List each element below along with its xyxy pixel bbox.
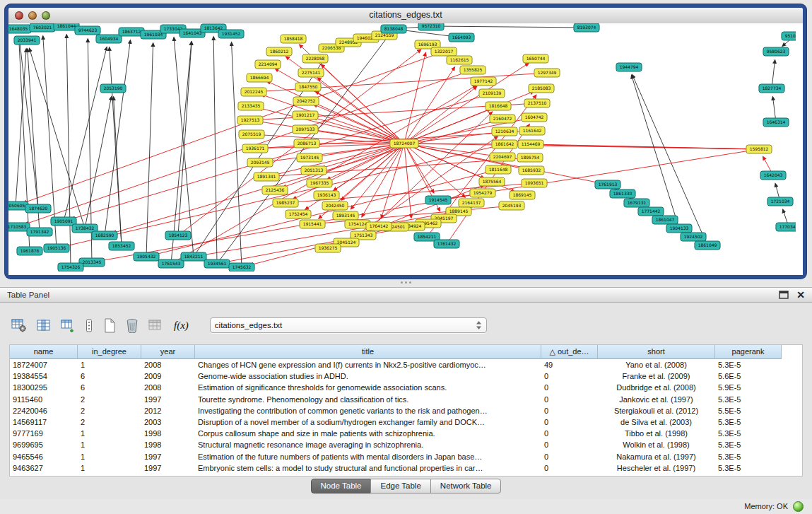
graph-edge[interactable] <box>264 144 404 148</box>
graph-node[interactable]: 7603021 <box>30 23 55 32</box>
graph-node[interactable]: 1927513 <box>237 116 263 124</box>
graph-edge[interactable] <box>19 37 38 209</box>
graph-node[interactable]: 1595812 <box>746 145 772 153</box>
function-builder-button[interactable]: f(x) <box>172 320 190 332</box>
graph-edge[interactable] <box>275 144 404 175</box>
graph-node[interactable]: 1648035 <box>8 25 31 33</box>
graph-node[interactable]: 1931452 <box>218 30 244 38</box>
column-header-short[interactable]: short <box>598 345 715 359</box>
graph-edge[interactable] <box>114 97 122 246</box>
graph-edge[interactable] <box>146 43 153 257</box>
graph-node[interactable]: 2086713 <box>294 139 319 148</box>
graph-node[interactable]: 1858418 <box>281 35 306 43</box>
graph-node[interactable]: 2185083 <box>529 84 554 93</box>
graph-edge[interactable] <box>404 53 425 144</box>
graph-node[interactable]: 2093145 <box>247 158 273 167</box>
graph-edge[interactable] <box>64 47 107 221</box>
graph-node[interactable]: 1685932 <box>519 166 544 175</box>
graph-node[interactable]: 1811648 <box>486 165 511 174</box>
table-row[interactable]: 1456911722003Disruption of a novel membe… <box>10 416 802 428</box>
graph-node[interactable]: 1682590 <box>92 231 117 240</box>
graph-node[interactable]: 1754326 <box>58 263 83 271</box>
graph-node[interactable]: 1650744 <box>523 54 548 63</box>
graph-node[interactable]: 1642043 <box>760 171 786 180</box>
graph-node[interactable]: 1770342 <box>776 223 796 231</box>
graph-node[interactable]: 2275141 <box>298 69 324 77</box>
graph-node[interactable]: 2075519 <box>239 130 264 139</box>
graph-node[interactable]: 2045193 <box>499 201 524 210</box>
graph-node[interactable]: 1853452 <box>109 242 134 250</box>
column-header-in_degree[interactable]: in_degree <box>78 345 141 359</box>
graph-node[interactable]: 9572310 <box>418 23 444 30</box>
graph-node[interactable]: 1861047 <box>652 216 678 224</box>
graph-node[interactable]: 2033941 <box>14 36 40 45</box>
graph-node[interactable]: 1154469 <box>518 140 543 148</box>
network-window[interactable]: citations_edges.txt 18724007185841818602… <box>5 4 806 279</box>
graph-node[interactable]: 1860212 <box>266 47 292 56</box>
graph-node[interactable]: 1895754 <box>517 153 543 162</box>
graph-node[interactable]: 2042752 <box>293 97 319 105</box>
graph-node[interactable]: 8138048 <box>381 25 406 33</box>
graph-node[interactable]: 1915441 <box>300 220 325 228</box>
create-column-button[interactable] <box>61 319 75 332</box>
graph-edge[interactable] <box>318 78 404 144</box>
graph-node[interactable]: 2012245 <box>241 88 266 96</box>
graph-node[interactable]: 1162615 <box>447 56 472 64</box>
network-window-titlebar[interactable]: citations_edges.txt <box>8 8 803 24</box>
graph-node[interactable]: 1914545 <box>425 196 451 204</box>
column-header-title[interactable]: title <box>195 345 541 359</box>
graph-edge[interactable] <box>178 42 192 235</box>
graph-node[interactable]: 1679131 <box>624 199 649 207</box>
graph-node[interactable]: 1761913 <box>595 180 620 189</box>
graph-node[interactable]: 2109139 <box>479 89 505 98</box>
table-row[interactable]: 911546021997Tourette syndrome. Phenomeno… <box>10 394 802 405</box>
graph-node[interactable]: 1905136 <box>44 244 69 252</box>
graph-edge[interactable] <box>341 144 404 200</box>
graph-edge[interactable] <box>404 144 599 183</box>
column-header-out_degree[interactable]: △ out_de… <box>541 345 598 359</box>
graph-edge[interactable] <box>213 37 217 264</box>
column-header-name[interactable]: name <box>10 345 78 359</box>
graph-node[interactable]: 2133435 <box>238 102 264 110</box>
table-row[interactable]: 2242004622012Investigating the contribut… <box>10 405 802 416</box>
graph-node[interactable]: 1721034 <box>767 197 793 206</box>
float-panel-button[interactable] <box>778 290 789 300</box>
graph-node[interactable]: 1861330 <box>610 189 635 198</box>
import-table-button[interactable] <box>148 319 163 332</box>
graph-edge[interactable] <box>440 26 587 28</box>
graph-node[interactable]: 1355825 <box>460 66 486 74</box>
show-columns-button[interactable] <box>37 319 51 332</box>
graph-node[interactable]: 1861642 <box>492 140 517 148</box>
graph-node[interactable]: 1985237 <box>273 199 298 207</box>
graph-node[interactable]: 1604934 <box>96 35 122 43</box>
table-row[interactable]: 1938455462009Genome-wide association stu… <box>10 370 802 382</box>
graph-edge[interactable] <box>23 52 444 203</box>
network-canvas[interactable]: 1872400718584181860212221409418666942012… <box>8 23 803 275</box>
table-row[interactable]: 1830029562008Estimation of significance … <box>10 382 802 393</box>
graph-node[interactable]: 1764142 <box>366 222 392 230</box>
graph-node[interactable]: 1322017 <box>431 47 457 56</box>
graph-node[interactable]: 2042450 <box>322 201 348 210</box>
new-table-button[interactable] <box>103 318 116 333</box>
graph-node[interactable]: 1646314 <box>763 118 789 127</box>
graph-node[interactable]: 2214094 <box>255 60 281 69</box>
graph-node[interactable]: 1745632 <box>229 263 254 271</box>
delete-table-button[interactable] <box>126 318 139 333</box>
graph-node[interactable]: 1866694 <box>247 74 272 82</box>
graph-node[interactable]: 1891341 <box>254 173 279 181</box>
graph-node[interactable]: 1664093 <box>449 33 474 42</box>
table-select-dropdown[interactable]: citations_edges.txt <box>210 317 487 333</box>
graph-edge[interactable] <box>174 37 194 257</box>
graph-node[interactable]: 1977142 <box>471 77 496 86</box>
graph-node[interactable]: 1752454 <box>286 210 311 218</box>
graph-node[interactable]: 1843211 <box>181 252 206 261</box>
graph-node[interactable]: 1936143 <box>314 191 339 199</box>
graph-node[interactable]: 1944794 <box>616 63 642 71</box>
graph-node[interactable]: 1869145 <box>510 191 535 199</box>
graph-node[interactable]: 1827734 <box>759 84 784 93</box>
close-panel-icon[interactable]: ✕ <box>796 290 805 300</box>
graph-node[interactable]: 9744623 <box>75 26 100 35</box>
graph-edge[interactable] <box>531 144 751 149</box>
tab-edge-table[interactable]: Edge Table <box>370 479 430 493</box>
graph-node[interactable]: 2051313 <box>301 166 326 175</box>
